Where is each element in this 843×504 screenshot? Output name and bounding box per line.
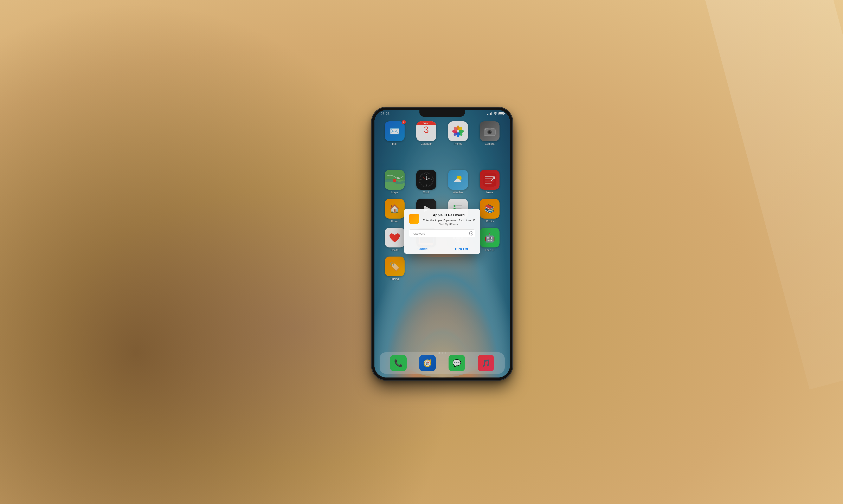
phone-screen: 08:23 [374,110,510,377]
turn-off-button[interactable]: Turn Off [442,244,481,254]
dialog-buttons: Cancel Turn Off [404,244,480,254]
dialog-app-icon [409,214,419,224]
phone-device: 08:23 [372,108,512,380]
dialog-text-block: Apple ID Password Enter the Apple ID pas… [422,213,476,227]
dialog-content: Apple ID Password Enter the Apple ID pas… [404,209,480,241]
dialog-input-row: ? [409,230,476,237]
dialog-overlay: Apple ID Password Enter the Apple ID pas… [374,110,510,377]
dialog-message: Enter the Apple ID password for to turn … [422,219,476,227]
apple-id-password-dialog: Apple ID Password Enter the Apple ID pas… [404,209,480,254]
help-icon[interactable]: ? [469,231,473,235]
password-input[interactable] [409,230,476,237]
cancel-button[interactable]: Cancel [404,244,442,254]
dialog-title: Apple ID Password [422,213,476,217]
phone-body: 08:23 [372,108,512,380]
